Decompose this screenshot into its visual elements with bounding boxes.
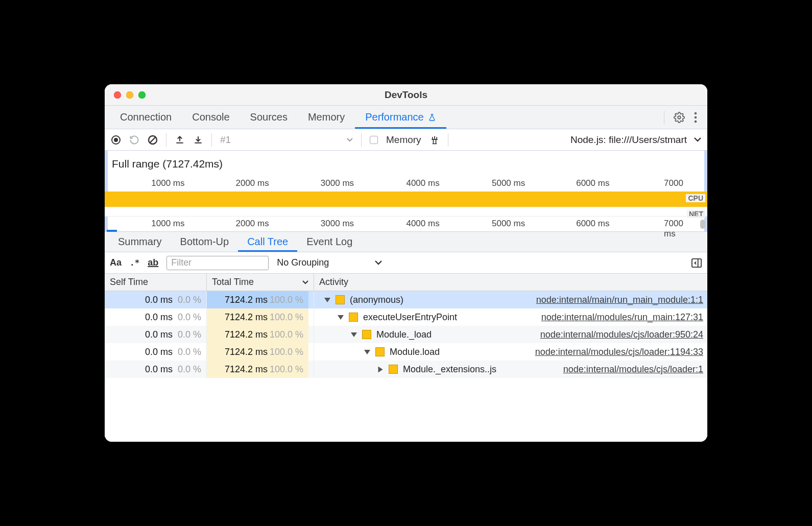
match-case-button[interactable]: Aa [110, 257, 122, 268]
svg-point-1 [695, 112, 697, 114]
record-button[interactable] [111, 135, 121, 145]
tab-memory[interactable]: Memory [298, 106, 355, 129]
table-row[interactable]: 0.0 ms0.0 %7124.2 ms100.0 %(anonymous)no… [105, 291, 707, 308]
tab-summary[interactable]: Summary [109, 232, 171, 252]
context-selector[interactable]: Node.js: file:///Users/stmart [570, 134, 701, 146]
session-selector[interactable]: #1 [220, 134, 353, 146]
grouping-selector[interactable]: No Grouping [277, 257, 382, 268]
call-tree-body: 0.0 ms0.0 %7124.2 ms100.0 %(anonymous)no… [105, 291, 707, 442]
function-name: Module._extensions..js [403, 364, 496, 375]
tab-console-label: Console [192, 111, 229, 123]
call-tree-header: Self Time Total Time Activity [105, 274, 707, 291]
self-time-pct: 0.0 % [178, 329, 201, 340]
category-swatch-icon [375, 347, 385, 356]
context-label: Node.js: file:///Users/stmart [570, 134, 687, 146]
timeline-overview[interactable]: Full range (7127.42ms) 1000 ms 2000 ms 3… [105, 151, 707, 232]
table-row[interactable]: 0.0 ms0.0 %7124.2 ms100.0 %Module._loadn… [105, 326, 707, 343]
source-link[interactable]: node:internal/modules/cjs/loader:1194:33 [535, 347, 707, 357]
scroll-thumb[interactable] [700, 220, 705, 229]
main-tab-tools [664, 111, 702, 124]
table-row[interactable]: 0.0 ms0.0 %7124.2 ms100.0 %executeUserEn… [105, 308, 707, 326]
category-swatch-icon [349, 313, 358, 322]
main-tab-strip: Connection Console Sources Memory Perfor… [105, 106, 707, 129]
source-link[interactable]: node:internal/modules/cjs/loader:950:24 [540, 329, 707, 340]
titlebar: DevTools [105, 84, 707, 106]
total-time-value: 7124.2 ms [225, 329, 268, 340]
session-label: #1 [220, 134, 231, 146]
cpu-lane: CPU [105, 192, 707, 207]
overview-ruler-bottom: 1000 ms 2000 ms 3000 ms 4000 ms 5000 ms … [105, 216, 707, 231]
tab-summary-label: Summary [118, 236, 162, 248]
svg-point-0 [678, 116, 681, 119]
disclosure-triangle-icon[interactable] [338, 315, 344, 320]
table-row[interactable]: 0.0 ms0.0 %7124.2 ms100.0 %Module._exten… [105, 361, 707, 378]
tab-event-log[interactable]: Event Log [297, 232, 362, 252]
toggle-side-panel-button[interactable] [691, 258, 702, 268]
disclosure-triangle-icon[interactable] [364, 350, 370, 354]
column-self-time[interactable]: Self Time [105, 274, 207, 291]
tab-performance[interactable]: Performance [355, 106, 446, 129]
self-time-pct: 0.0 % [178, 347, 201, 357]
ruler-tick: 6000 ms [576, 178, 609, 188]
tab-memory-label: Memory [308, 111, 345, 123]
ruler-tick: 1000 ms [151, 178, 184, 188]
overview-ruler-top: 1000 ms 2000 ms 3000 ms 4000 ms 5000 ms … [105, 178, 707, 192]
cell-total-time: 7124.2 ms100.0 % [207, 343, 314, 361]
source-link[interactable]: node:internal/modules/run_main:127:31 [541, 312, 707, 323]
tab-call-tree[interactable]: Call Tree [238, 232, 297, 252]
source-link[interactable]: node:internal/main/run_main_module:1:1 [536, 295, 707, 305]
disclosure-triangle-icon[interactable] [351, 332, 357, 337]
total-time-pct: 100.0 % [270, 329, 303, 340]
collect-garbage-button[interactable] [429, 134, 440, 146]
self-time-value: 0.0 ms [145, 364, 173, 375]
upload-profile-button[interactable] [175, 135, 185, 145]
disclosure-triangle-icon[interactable] [378, 366, 383, 372]
table-row[interactable]: 0.0 ms0.0 %7124.2 ms100.0 %Module.loadno… [105, 343, 707, 361]
column-activity[interactable]: Activity [314, 274, 707, 291]
filter-input[interactable] [166, 256, 269, 270]
total-time-value: 7124.2 ms [225, 347, 268, 357]
svg-point-5 [114, 138, 118, 142]
tab-console[interactable]: Console [182, 106, 240, 129]
ruler-tick: 4000 ms [406, 219, 439, 229]
self-time-value: 0.0 ms [145, 329, 173, 340]
column-activity-label: Activity [319, 277, 348, 288]
window-controls [114, 91, 146, 99]
tab-bottom-up[interactable]: Bottom-Up [171, 232, 238, 252]
range-caret[interactable] [107, 230, 117, 232]
total-time-pct: 100.0 % [270, 295, 303, 305]
download-profile-button[interactable] [193, 135, 203, 145]
ruler-tick: 3000 ms [321, 219, 354, 229]
total-time-value: 7124.2 ms [225, 312, 268, 323]
memory-checkbox-label: Memory [386, 134, 421, 146]
whole-word-button[interactable]: ab [148, 257, 158, 268]
memory-checkbox[interactable] [370, 136, 378, 144]
column-total-time[interactable]: Total Time [207, 274, 314, 291]
cell-activity: executeUserEntryPointnode:internal/modul… [314, 308, 707, 326]
self-time-pct: 0.0 % [178, 364, 201, 375]
regex-button[interactable]: .* [130, 258, 139, 268]
minimize-window-button[interactable] [126, 91, 133, 99]
devtools-window: DevTools Connection Console Sources Memo… [105, 84, 707, 442]
flask-icon [428, 113, 436, 122]
cell-self-time: 0.0 ms0.0 % [105, 361, 207, 378]
ruler-tick: 2000 ms [235, 178, 269, 188]
zoom-window-button[interactable] [138, 91, 146, 99]
column-total-time-label: Total Time [212, 277, 254, 288]
kebab-menu-icon[interactable] [694, 112, 697, 123]
category-swatch-icon [389, 365, 398, 374]
close-window-button[interactable] [114, 91, 121, 99]
tab-call-tree-label: Call Tree [247, 236, 288, 248]
clear-button[interactable] [148, 135, 158, 145]
tab-event-log-label: Event Log [306, 236, 352, 248]
total-time-pct: 100.0 % [270, 364, 303, 375]
settings-icon[interactable] [674, 112, 685, 123]
tab-sources[interactable]: Sources [240, 106, 298, 129]
self-time-value: 0.0 ms [145, 312, 173, 323]
total-time-pct: 100.0 % [270, 347, 303, 357]
tab-connection[interactable]: Connection [110, 106, 182, 129]
disclosure-triangle-icon[interactable] [324, 298, 330, 302]
category-swatch-icon [336, 295, 345, 304]
reload-record-button[interactable] [129, 135, 139, 145]
source-link[interactable]: node:internal/modules/cjs/loader:1 [563, 364, 707, 375]
